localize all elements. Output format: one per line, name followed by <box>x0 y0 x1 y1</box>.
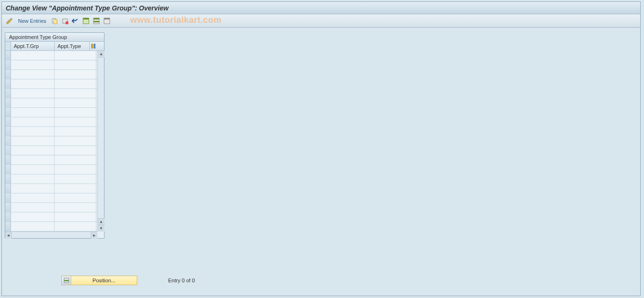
row-selector[interactable] <box>5 108 11 117</box>
cell-appt-t-grp[interactable] <box>11 136 55 145</box>
scroll-left-icon[interactable]: ◄ <box>5 232 12 239</box>
cell-appt-t-grp[interactable] <box>11 155 55 164</box>
vertical-scrollbar[interactable]: ▲ ▲ ▼ <box>97 51 104 231</box>
table-row[interactable] <box>5 155 97 165</box>
table-row[interactable] <box>5 60 97 70</box>
row-selector[interactable] <box>5 146 11 155</box>
row-selector[interactable] <box>5 51 11 60</box>
cell-appt-type[interactable] <box>55 193 96 202</box>
table-row[interactable] <box>5 70 97 79</box>
cell-appt-type[interactable] <box>55 60 96 69</box>
row-selector[interactable] <box>5 89 11 98</box>
cell-appt-type[interactable] <box>55 174 96 183</box>
table-config-icon[interactable] <box>90 42 97 50</box>
cell-appt-t-grp[interactable] <box>11 174 55 183</box>
cell-appt-t-grp[interactable] <box>11 70 55 79</box>
cell-appt-t-grp[interactable] <box>11 193 55 202</box>
table-row[interactable] <box>5 51 97 60</box>
cell-appt-type[interactable] <box>55 184 96 193</box>
cell-appt-t-grp[interactable] <box>11 117 55 126</box>
scroll-right-icon[interactable]: ► <box>91 232 97 239</box>
table-row[interactable] <box>5 203 97 212</box>
row-selector[interactable] <box>5 155 11 164</box>
select-all-icon[interactable] <box>82 17 90 25</box>
horizontal-scrollbar[interactable]: ◄ ► <box>5 231 97 238</box>
copy-icon[interactable] <box>51 17 58 25</box>
table-row[interactable] <box>5 174 97 184</box>
svg-rect-10 <box>104 18 110 19</box>
scroll-down-icon-2[interactable]: ▼ <box>98 225 104 231</box>
position-button[interactable]: Position... <box>61 276 137 285</box>
row-selector[interactable] <box>5 98 11 107</box>
row-selector[interactable] <box>5 165 11 174</box>
cell-appt-type[interactable] <box>55 222 96 231</box>
cell-appt-t-grp[interactable] <box>11 203 55 212</box>
page-title: Change View "Appointment Type Group": Ov… <box>6 4 169 12</box>
cell-appt-t-grp[interactable] <box>11 60 55 69</box>
cell-appt-type[interactable] <box>55 136 96 145</box>
row-selector[interactable] <box>5 212 11 221</box>
row-selector[interactable] <box>5 222 11 231</box>
row-selector[interactable] <box>5 136 11 145</box>
cell-appt-type[interactable] <box>55 117 96 126</box>
row-selector[interactable] <box>5 127 11 136</box>
deselect-all-icon[interactable] <box>103 17 111 25</box>
cell-appt-type[interactable] <box>55 155 96 164</box>
cell-appt-type[interactable] <box>55 70 96 79</box>
cell-appt-t-grp[interactable] <box>11 127 55 136</box>
cell-appt-t-grp[interactable] <box>11 79 55 88</box>
scroll-up-icon[interactable]: ▲ <box>98 51 104 58</box>
row-selector[interactable] <box>5 60 11 69</box>
cell-appt-type[interactable] <box>55 127 96 136</box>
column-header-appt-t-grp[interactable]: Appt.T.Grp <box>11 42 55 50</box>
table-row[interactable] <box>5 222 97 231</box>
table-row[interactable] <box>5 165 97 174</box>
table-title: Appointment Type Group <box>5 33 104 42</box>
table-row[interactable] <box>5 89 97 98</box>
svg-rect-12 <box>94 44 95 48</box>
row-selector[interactable] <box>5 79 11 88</box>
change-display-icon[interactable] <box>6 17 13 25</box>
cell-appt-type[interactable] <box>55 212 96 221</box>
cell-appt-type[interactable] <box>55 89 96 98</box>
cell-appt-type[interactable] <box>55 108 96 117</box>
table-row[interactable] <box>5 136 97 146</box>
table-row[interactable] <box>5 117 97 127</box>
row-selector[interactable] <box>5 174 11 183</box>
table-row[interactable] <box>5 108 97 117</box>
column-header-appt-type[interactable]: Appt.Type <box>55 42 90 50</box>
new-entries-button[interactable]: New Entries <box>18 18 46 24</box>
cell-appt-t-grp[interactable] <box>11 165 55 174</box>
cell-appt-type[interactable] <box>55 51 96 60</box>
undo-icon[interactable] <box>72 17 79 25</box>
cell-appt-type[interactable] <box>55 98 96 107</box>
row-selector[interactable] <box>5 203 11 212</box>
scroll-down-icon[interactable]: ▲ <box>98 218 104 225</box>
delete-icon[interactable] <box>61 17 69 25</box>
cell-appt-type[interactable] <box>55 203 96 212</box>
table-row[interactable] <box>5 127 97 136</box>
row-selector-header[interactable] <box>5 42 11 50</box>
row-selector[interactable] <box>5 117 11 126</box>
row-selector[interactable] <box>5 70 11 79</box>
table-row[interactable] <box>5 79 97 89</box>
cell-appt-t-grp[interactable] <box>11 212 55 221</box>
table-row[interactable] <box>5 212 97 222</box>
cell-appt-type[interactable] <box>55 146 96 155</box>
cell-appt-t-grp[interactable] <box>11 146 55 155</box>
table-row[interactable] <box>5 193 97 203</box>
select-block-icon[interactable] <box>93 17 100 25</box>
table-row[interactable] <box>5 146 97 155</box>
table-row[interactable] <box>5 184 97 193</box>
table-row[interactable] <box>5 98 97 108</box>
cell-appt-type[interactable] <box>55 79 96 88</box>
cell-appt-t-grp[interactable] <box>11 108 55 117</box>
cell-appt-t-grp[interactable] <box>11 98 55 107</box>
cell-appt-t-grp[interactable] <box>11 51 55 60</box>
cell-appt-t-grp[interactable] <box>11 184 55 193</box>
row-selector[interactable] <box>5 193 11 202</box>
row-selector[interactable] <box>5 184 11 193</box>
cell-appt-type[interactable] <box>55 165 96 174</box>
cell-appt-t-grp[interactable] <box>11 89 55 98</box>
cell-appt-t-grp[interactable] <box>11 222 55 231</box>
